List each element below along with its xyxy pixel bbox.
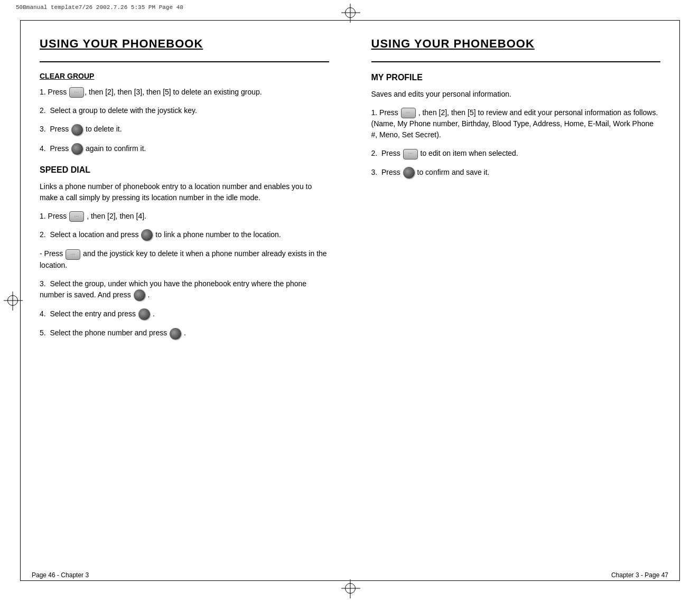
ok-button-icon-mp3: [403, 167, 415, 179]
my-profile-step-1: 1. Press ··· , then [2], then [5] to rev…: [371, 107, 661, 140]
ok-button-icon-3a: [71, 124, 83, 136]
speed-dial-heading: SPEED DIAL: [40, 165, 329, 175]
reg-mark-bottom: [345, 583, 356, 594]
speed-dial-step-dash: - Press ··· and the joystick key to dele…: [40, 248, 329, 270]
right-title-divider: [371, 61, 661, 62]
my-profile-intro: Saves and edits your personal informatio…: [371, 89, 661, 100]
menu-button-icon-sd-dash: ···: [66, 249, 80, 260]
clear-group-heading: CLEAR GROUP: [40, 72, 329, 80]
footer-right: Chapter 3 - Page 47: [611, 571, 668, 579]
speed-dial-intro: Links a phone number of phonebook entry …: [40, 181, 329, 203]
footer-left: Page 46 - Chapter 3: [32, 571, 89, 579]
clear-group-step-4: 4. Press again to confirm it.: [40, 143, 329, 155]
right-column: USING YOUR PHONEBOOK MY PROFILE Saves an…: [345, 26, 671, 572]
my-profile-section: MY PROFILE Saves and edits your personal…: [371, 73, 661, 179]
clear-group-section: CLEAR GROUP 1. Press ···, then [2], then…: [40, 72, 329, 155]
menu-button-icon-mp1: ···: [401, 108, 416, 118]
my-profile-heading: MY PROFILE: [371, 73, 661, 82]
ok-button-icon-sd5: [170, 328, 181, 340]
ok-button-icon-sd3: [134, 289, 145, 301]
speed-dial-step-1: 1. Press ··· , then [2], then [4].: [40, 211, 329, 222]
right-title: USING YOUR PHONEBOOK: [371, 37, 661, 51]
reg-mark-top: [345, 7, 356, 18]
menu-button-icon-mp2: ···: [403, 149, 418, 159]
menu-button-icon-sd1: ···: [69, 211, 84, 222]
left-title-divider: [40, 61, 329, 62]
clear-group-step-2: 2. Select a group to delete with the joy…: [40, 105, 329, 116]
speed-dial-step-5: 5. Select the phone number and press .: [40, 327, 329, 339]
my-profile-step-2: 2. Press ··· to edit on item when select…: [371, 148, 661, 159]
clear-group-step-1: 1. Press ···, then [2], then [3], then […: [40, 87, 329, 98]
speed-dial-step-3: 3. Select the group, under which you hav…: [40, 278, 329, 301]
left-title: USING YOUR PHONEBOOK: [40, 37, 329, 51]
my-profile-step-3: 3. Press to confirm and save it.: [371, 167, 661, 179]
content-area: USING YOUR PHONEBOOK CLEAR GROUP 1. Pres…: [29, 26, 671, 572]
left-column: USING YOUR PHONEBOOK CLEAR GROUP 1. Pres…: [29, 26, 345, 572]
speed-dial-step-2: 2. Select a location and press to link a…: [40, 229, 329, 241]
ok-button-icon-4a: [71, 143, 83, 155]
speed-dial-step-4: 4. Select the entry and press .: [40, 308, 329, 320]
ok-button-icon-sd2: [141, 229, 153, 241]
clear-group-step-3: 3. Press to delete it.: [40, 124, 329, 135]
print-info: 50Bmanual template7/26 2002.7.26 5:35 PM…: [16, 4, 183, 11]
menu-button-icon-1: ···: [69, 87, 84, 98]
speed-dial-section: SPEED DIAL Links a phone number of phone…: [40, 165, 329, 340]
reg-mark-left: [7, 295, 18, 306]
ok-button-icon-sd4: [138, 308, 150, 320]
